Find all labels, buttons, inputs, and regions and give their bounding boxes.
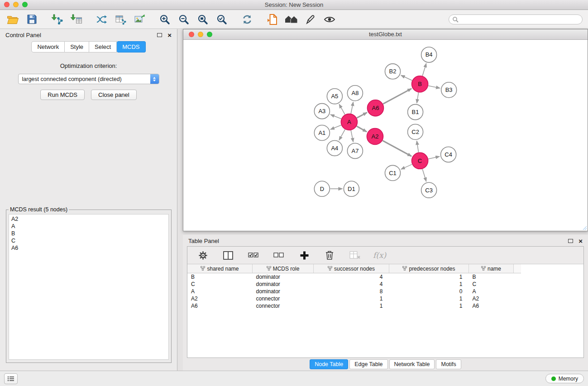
graph-edge-C-C4[interactable] — [428, 157, 440, 159]
open-session-button[interactable] — [5, 12, 20, 27]
graph-node-B1[interactable]: B1 — [408, 105, 423, 120]
table-settings-button[interactable] — [196, 248, 210, 262]
column-header-shared-name[interactable]: shared name — [187, 264, 253, 273]
tab-style[interactable]: Style — [65, 41, 89, 52]
close-panel-icon[interactable]: × — [167, 32, 172, 38]
graph-node-B4[interactable]: B4 — [421, 47, 437, 62]
network-canvas[interactable]: B4B2BB3A5A8A6B1A3AC2A1A2A4A7CC4C1C3DD1 — [183, 40, 588, 231]
tab-network-table[interactable]: Network Table — [389, 359, 435, 369]
graph-node-C2[interactable]: C2 — [408, 124, 423, 140]
save-session-button[interactable] — [24, 12, 39, 27]
import-network-button[interactable] — [50, 12, 64, 27]
graph-node-B3[interactable]: B3 — [441, 82, 457, 98]
criterion-dropdown[interactable]: largest connected component (directed) — [18, 74, 159, 84]
graph-edge-B-B4[interactable] — [422, 63, 426, 76]
tab-select[interactable]: Select — [89, 41, 117, 52]
home-view-button[interactable] — [284, 12, 299, 27]
graph-edge-A-A7[interactable] — [351, 130, 353, 142]
table-row[interactable]: Cdominator41C — [187, 281, 521, 288]
graph-node-A7[interactable]: A7 — [347, 143, 363, 158]
refresh-view-button[interactable] — [240, 12, 254, 27]
graph-edge-C-C2[interactable] — [417, 141, 419, 152]
table-scroll-area[interactable]: shared nameMCDS rolesuccessor nodesprede… — [187, 264, 583, 357]
deselect-all-button[interactable] — [272, 248, 286, 262]
graph-node-A3[interactable]: A3 — [314, 104, 330, 119]
tab-motifs[interactable]: Motifs — [436, 359, 461, 369]
graph-node-B[interactable]: B — [412, 76, 428, 92]
result-item[interactable]: B — [11, 230, 166, 237]
task-history-button[interactable] — [4, 373, 18, 384]
graph-edge-C-C1[interactable] — [401, 164, 412, 169]
table-row[interactable]: Bdominator41B — [187, 273, 521, 281]
graph-edge-A-A8[interactable] — [351, 102, 353, 114]
tab-node-table[interactable]: Node Table — [310, 359, 348, 369]
graph-node-C[interactable]: C — [412, 152, 428, 169]
tab-network[interactable]: Network — [31, 41, 65, 52]
graph-node-A[interactable]: A — [341, 114, 357, 130]
graph-node-D1[interactable]: D1 — [344, 181, 359, 196]
result-item[interactable]: A2 — [11, 215, 166, 223]
close-panel-button[interactable]: Close panel — [91, 90, 137, 100]
graph-edge-A-A5[interactable] — [339, 104, 345, 114]
clear-table-button[interactable] — [348, 248, 362, 262]
open-recent-file-button[interactable] — [265, 12, 280, 27]
table-row[interactable]: A2connector11A2 — [187, 295, 521, 302]
column-header-successor-nodes[interactable]: successor nodes — [314, 264, 389, 273]
search-input[interactable] — [460, 16, 579, 23]
graph-node-C3[interactable]: C3 — [421, 182, 437, 198]
import-table-button[interactable] — [69, 12, 83, 27]
column-header-name[interactable]: name — [469, 264, 514, 273]
network-graph[interactable]: B4B2BB3A5A8A6B1A3AC2A1A2A4A7CC4C1C3DD1 — [183, 40, 588, 231]
show-hide-graphics-button[interactable] — [322, 12, 337, 27]
tab-mcds[interactable]: MCDS — [117, 41, 145, 52]
table-row[interactable]: A6connector11A6 — [187, 302, 521, 310]
graph-edge-B-B2[interactable] — [401, 75, 412, 80]
annotation-button[interactable] — [303, 12, 318, 27]
column-header-MCDS-role[interactable]: MCDS role — [253, 264, 314, 273]
graph-node-A4[interactable]: A4 — [327, 140, 342, 156]
float-panel-icon[interactable] — [157, 33, 162, 37]
graph-node-A5[interactable]: A5 — [327, 89, 342, 104]
graph-edge-A-A1[interactable] — [330, 125, 341, 129]
graph-node-A6[interactable]: A6 — [367, 100, 383, 116]
result-item[interactable]: A6 — [11, 244, 166, 252]
graph-edge-B-B1[interactable] — [417, 92, 419, 103]
tab-edge-table[interactable]: Edge Table — [349, 359, 387, 369]
zoom-fit-button[interactable] — [196, 12, 210, 27]
run-mcds-button[interactable]: Run MCDS — [40, 90, 85, 100]
close-table-panel-icon[interactable]: × — [578, 238, 583, 244]
graph-node-A1[interactable]: A1 — [314, 125, 330, 141]
graph-node-C1[interactable]: C1 — [385, 165, 400, 181]
select-all-button[interactable] — [246, 248, 261, 262]
add-column-button[interactable] — [297, 248, 311, 262]
zoom-in-button[interactable] — [158, 12, 172, 27]
zoom-selected-button[interactable] — [215, 12, 229, 27]
result-item[interactable]: A — [11, 223, 166, 230]
graph-node-A2[interactable]: A2 — [367, 129, 383, 145]
graph-node-B2[interactable]: B2 — [385, 64, 400, 79]
graph-edge-A-A6[interactable] — [357, 113, 367, 118]
graph-edge-B-B3[interactable] — [428, 86, 440, 88]
graph-node-D[interactable]: D — [314, 181, 330, 196]
resize-grip-icon[interactable] — [582, 225, 587, 230]
graph-edge-A2-C[interactable] — [382, 141, 411, 157]
show-columns-button[interactable] — [221, 248, 235, 262]
graph-node-C4[interactable]: C4 — [441, 147, 456, 162]
graph-edge-A-A3[interactable] — [330, 114, 341, 119]
zoom-out-button[interactable] — [177, 12, 191, 27]
result-item[interactable]: C — [11, 237, 166, 244]
function-builder-button[interactable]: f(x) — [373, 251, 386, 260]
export-image-button[interactable] — [132, 12, 147, 27]
network-tools-button[interactable] — [94, 12, 109, 27]
float-table-panel-icon[interactable] — [568, 239, 573, 243]
graph-edge-A6-B[interactable] — [383, 89, 411, 104]
graph-edge-A-A4[interactable] — [339, 129, 345, 140]
delete-column-button[interactable] — [322, 248, 337, 262]
network-table-button[interactable] — [113, 12, 128, 27]
graph-node-A8[interactable]: A8 — [347, 86, 363, 101]
graph-edge-C-C3[interactable] — [422, 169, 426, 181]
table-row[interactable]: Adominator80A — [187, 288, 521, 295]
mcds-result-list[interactable]: A2ABCA6 — [9, 214, 169, 360]
graph-edge-A-A2[interactable] — [357, 126, 367, 132]
memory-button[interactable]: Memory — [545, 374, 584, 383]
